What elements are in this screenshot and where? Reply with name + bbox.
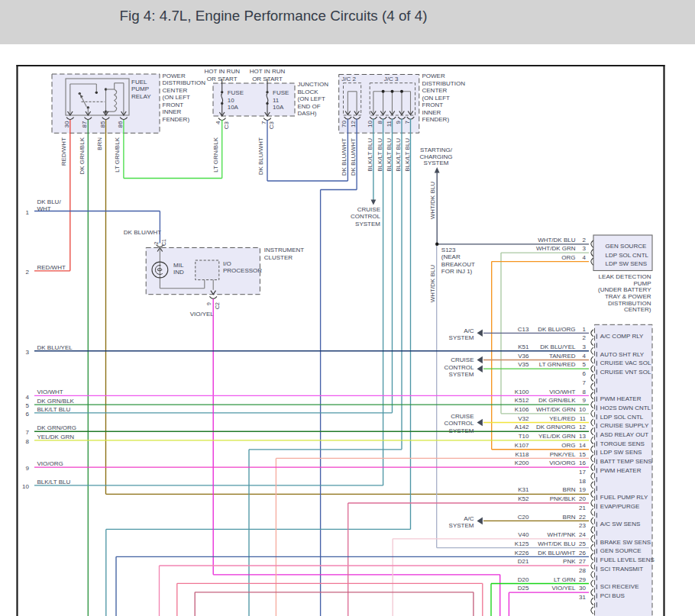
svg-text:A/C SW SENS: A/C SW SENS — [600, 521, 640, 527]
svg-text:WHT/DK BLU: WHT/DK BLU — [538, 540, 576, 547]
svg-text:9: 9 — [26, 465, 30, 472]
svg-text:RED/WHT: RED/WHT — [60, 137, 67, 166]
svg-text:14: 14 — [579, 442, 586, 449]
svg-text:HOT IN RUN: HOT IN RUN — [204, 68, 240, 75]
svg-text:JUNCTION: JUNCTION — [298, 81, 329, 88]
svg-text:4: 4 — [583, 353, 587, 360]
svg-text:BLK/LT BLU: BLK/LT BLU — [367, 138, 373, 172]
svg-text:TRAY & POWER: TRAY & POWER — [605, 293, 651, 300]
svg-text:VIO/WHT: VIO/WHT — [37, 389, 63, 395]
svg-text:22: 22 — [579, 514, 586, 521]
svg-text:DK BLU/WHT: DK BLU/WHT — [538, 550, 575, 556]
svg-text:2: 2 — [583, 237, 587, 243]
svg-text:12: 12 — [579, 424, 586, 431]
svg-text:3: 3 — [583, 245, 587, 252]
svg-text:4: 4 — [26, 394, 30, 401]
svg-text:5: 5 — [26, 402, 30, 409]
svg-text:3: 3 — [26, 349, 30, 356]
svg-text:I/O: I/O — [223, 260, 231, 267]
svg-text:D20: D20 — [518, 576, 529, 583]
svg-text:LT GRN/BLK: LT GRN/BLK — [114, 137, 121, 173]
svg-text:V32: V32 — [518, 415, 529, 422]
svg-text:DK BLU/WHT: DK BLU/WHT — [341, 138, 348, 176]
svg-text:K125: K125 — [515, 540, 529, 547]
svg-text:DK GRN/ORG: DK GRN/ORG — [37, 424, 77, 431]
svg-text:PUMP: PUMP — [633, 280, 651, 287]
svg-text:2: 2 — [583, 334, 587, 341]
svg-text:A/C COMP RLY: A/C COMP RLY — [600, 333, 644, 340]
svg-text:CENTER: CENTER — [422, 87, 448, 94]
svg-text:V36: V36 — [518, 353, 529, 360]
svg-text:YEL/RED: YEL/RED — [549, 415, 575, 422]
svg-text:WHT: WHT — [37, 205, 51, 212]
svg-text:FUSE: FUSE — [228, 89, 244, 96]
svg-text:IND: IND — [173, 269, 184, 276]
svg-text:K107: K107 — [515, 442, 529, 449]
svg-text:PWM HEATER: PWM HEATER — [600, 467, 642, 474]
svg-text:24: 24 — [579, 531, 586, 538]
svg-text:INNER: INNER — [163, 108, 182, 115]
svg-text:K106: K106 — [515, 406, 529, 413]
svg-text:VIO/YEL: VIO/YEL — [190, 311, 215, 318]
svg-text:FRONT: FRONT — [422, 102, 444, 108]
svg-text:11: 11 — [273, 97, 280, 104]
svg-text:CRUISE SUPPLY: CRUISE SUPPLY — [600, 422, 649, 429]
svg-text:PROCESSOR: PROCESSOR — [223, 267, 262, 274]
svg-text:27: 27 — [579, 558, 586, 565]
svg-text:J/C 3: J/C 3 — [384, 76, 399, 82]
svg-text:FRONT: FRONT — [163, 102, 184, 108]
svg-text:(UNDER BATTERY: (UNDER BATTERY — [598, 286, 651, 293]
svg-text:CONTROL: CONTROL — [444, 420, 474, 427]
svg-text:VIO/YEL: VIO/YEL — [551, 585, 576, 592]
svg-text:7: 7 — [26, 429, 30, 436]
svg-text:BLK/LT BLU: BLK/LT BLU — [377, 138, 383, 172]
svg-text:LT GRN: LT GRN — [554, 576, 576, 583]
svg-text:ORG: ORG — [561, 442, 575, 449]
svg-text:PUMP: PUMP — [131, 85, 149, 92]
svg-text:YEL/DK GRN: YEL/DK GRN — [538, 433, 576, 440]
svg-text:FUEL LEVEL SENS: FUEL LEVEL SENS — [600, 556, 655, 563]
svg-text:LDP SW SENS: LDP SW SENS — [600, 449, 642, 456]
svg-text:ASD RELAY OUT: ASD RELAY OUT — [600, 431, 648, 438]
svg-text:FUEL: FUEL — [131, 79, 147, 85]
svg-text:FOR INJ 1): FOR INJ 1) — [441, 268, 473, 275]
svg-text:(ON LEFT: (ON LEFT — [163, 94, 191, 101]
svg-text:C1: C1 — [161, 239, 166, 246]
svg-text:C3: C3 — [268, 121, 275, 129]
svg-text:BLK/LT BLU: BLK/LT BLU — [404, 138, 411, 172]
svg-text:INNER: INNER — [422, 109, 441, 116]
svg-text:5: 5 — [583, 361, 587, 368]
svg-text:CHARGING: CHARGING — [419, 153, 452, 160]
svg-text:SYSTEM: SYSTEM — [355, 221, 380, 227]
svg-text:END OF: END OF — [298, 103, 321, 110]
svg-text:18: 18 — [579, 478, 586, 485]
svg-text:K512: K512 — [515, 397, 529, 404]
svg-text:POWER: POWER — [163, 73, 186, 79]
svg-text:VIO/WHT: VIO/WHT — [549, 389, 575, 395]
svg-text:1: 1 — [583, 326, 587, 333]
svg-text:POWER: POWER — [422, 73, 445, 79]
svg-text:1: 1 — [26, 209, 30, 216]
svg-text:K118: K118 — [515, 451, 529, 458]
svg-text:SYSTEM: SYSTEM — [449, 427, 474, 434]
svg-text:PWM HEATER: PWM HEATER — [600, 395, 642, 402]
svg-text:CRUISE VAC SOL: CRUISE VAC SOL — [600, 360, 651, 366]
svg-text:DK GRN/BLK: DK GRN/BLK — [37, 398, 75, 405]
svg-text:TORGUE SENS: TORGUE SENS — [600, 440, 645, 447]
svg-text:29: 29 — [579, 576, 586, 583]
svg-text:10: 10 — [22, 483, 29, 490]
svg-text:C2: C2 — [215, 302, 220, 309]
svg-text:BREAKOUT: BREAKOUT — [441, 261, 475, 268]
svg-text:PNK: PNK — [563, 558, 576, 565]
svg-text:10A: 10A — [228, 104, 239, 111]
svg-text:V35: V35 — [518, 361, 529, 368]
svg-text:CENTER: CENTER — [163, 87, 188, 94]
svg-text:WHT/DK GRN: WHT/DK GRN — [536, 245, 576, 252]
svg-text:30: 30 — [579, 585, 586, 592]
svg-text:STARTING/: STARTING/ — [420, 147, 453, 153]
svg-text:GEN SOURCE: GEN SOURCE — [606, 243, 647, 250]
svg-text:SYSTEM: SYSTEM — [449, 371, 474, 378]
svg-text:A/C: A/C — [464, 515, 474, 522]
svg-text:INSTRUMENT: INSTRUMENT — [264, 247, 305, 253]
svg-text:8: 8 — [377, 120, 383, 124]
